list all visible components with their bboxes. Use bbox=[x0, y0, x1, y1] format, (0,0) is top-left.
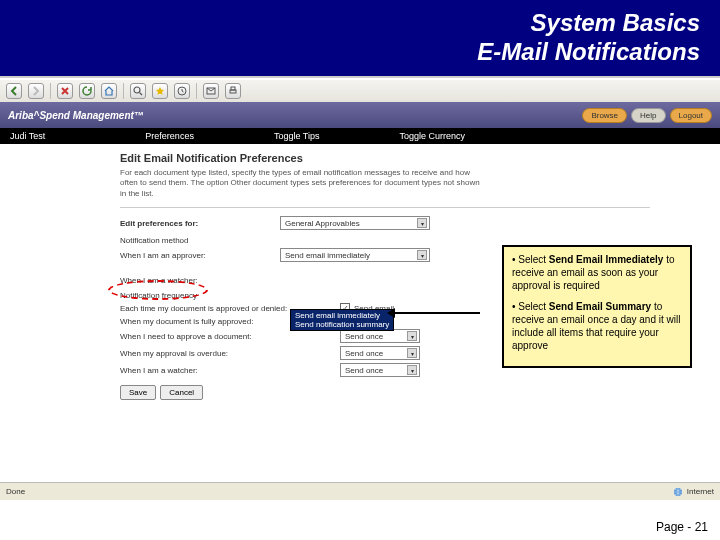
chevron-down-icon: ▾ bbox=[417, 250, 427, 260]
toolbar-separator bbox=[196, 83, 197, 99]
freq-r5-value: Send once bbox=[345, 366, 383, 375]
divider bbox=[120, 207, 650, 208]
approver-value: Send email immediately bbox=[285, 251, 370, 260]
history-button[interactable] bbox=[174, 83, 190, 99]
nav-preferences[interactable]: Preferences bbox=[105, 131, 234, 141]
title-line-2: E-Mail Notifications bbox=[477, 38, 700, 65]
freq-r3-dropdown[interactable]: Send once▾ bbox=[340, 329, 420, 343]
forward-button[interactable] bbox=[28, 83, 44, 99]
method-label: Notification method bbox=[120, 236, 720, 245]
refresh-button[interactable] bbox=[79, 83, 95, 99]
form-buttons: Save Cancel bbox=[120, 385, 720, 400]
home-button[interactable] bbox=[101, 83, 117, 99]
status-done: Done bbox=[6, 487, 25, 496]
hint-bullet-2: • Select Send Email Summary to receive a… bbox=[512, 300, 682, 352]
dropdown-popup[interactable]: Send email immediately Send notification… bbox=[290, 309, 394, 331]
freq-r5-label: When I am a watcher: bbox=[120, 366, 340, 375]
cancel-button[interactable]: Cancel bbox=[160, 385, 203, 400]
page-footer: Page - 21 bbox=[656, 520, 708, 534]
favorites-button[interactable] bbox=[152, 83, 168, 99]
edit-for-label: Edit preferences for: bbox=[120, 219, 280, 228]
freq-r3-label: When I need to approve a document: bbox=[120, 332, 340, 341]
browse-button[interactable]: Browse bbox=[582, 108, 627, 123]
nav-user: Judi Test bbox=[0, 131, 105, 141]
print-button[interactable] bbox=[225, 83, 241, 99]
status-bar: Done Internet bbox=[0, 482, 720, 500]
slide-title: System Basics E-Mail Notifications bbox=[477, 9, 700, 67]
browser-toolbar bbox=[0, 80, 720, 102]
help-button[interactable]: Help bbox=[631, 108, 665, 123]
dropdown-option-2[interactable]: Send notification summary bbox=[295, 320, 389, 329]
banner-buttons: Browse Help Logout bbox=[582, 108, 712, 123]
hint-arrow bbox=[390, 312, 480, 314]
save-button[interactable]: Save bbox=[120, 385, 156, 400]
nav-toggle-currency[interactable]: Toggle Currency bbox=[359, 131, 505, 141]
mail-button[interactable] bbox=[203, 83, 219, 99]
toolbar-separator bbox=[50, 83, 51, 99]
chevron-down-icon: ▾ bbox=[407, 348, 417, 358]
freq-r4-value: Send once bbox=[345, 349, 383, 358]
freq-r3-value: Send once bbox=[345, 332, 383, 341]
dropdown-option-1[interactable]: Send email immediately bbox=[295, 311, 389, 320]
slide-header: System Basics E-Mail Notifications bbox=[0, 0, 720, 78]
panel-title: Edit Email Notification Preferences bbox=[120, 152, 720, 164]
edit-for-dropdown[interactable]: General Approvables ▾ bbox=[280, 216, 430, 230]
search-button[interactable] bbox=[130, 83, 146, 99]
nav-bar: Judi Test Preferences Toggle Tips Toggle… bbox=[0, 128, 720, 144]
logout-button[interactable]: Logout bbox=[670, 108, 712, 123]
back-button[interactable] bbox=[6, 83, 22, 99]
chevron-down-icon: ▾ bbox=[407, 331, 417, 341]
freq-r4-label: When my approval is overdue: bbox=[120, 349, 340, 358]
nav-toggle-tips[interactable]: Toggle Tips bbox=[234, 131, 360, 141]
svg-point-0 bbox=[134, 87, 140, 93]
stop-button[interactable] bbox=[57, 83, 73, 99]
approver-label: When I am an approver: bbox=[120, 251, 280, 260]
screenshot-area: _ □ × Ariba^Spend Management™ Browse Hel… bbox=[0, 80, 720, 500]
freq-r4-dropdown[interactable]: Send once▾ bbox=[340, 346, 420, 360]
watcher-method-label: When I am a watcher: bbox=[120, 276, 280, 285]
hint-box: • Select Send Email Immediately to recei… bbox=[502, 245, 692, 368]
status-internet: Internet bbox=[687, 487, 714, 496]
hint-bullet-1: • Select Send Email Immediately to recei… bbox=[512, 253, 682, 292]
status-right: Internet bbox=[673, 487, 714, 497]
chevron-down-icon: ▾ bbox=[417, 218, 427, 228]
approver-dropdown[interactable]: Send email immediately ▾ bbox=[280, 248, 430, 262]
globe-icon bbox=[673, 487, 683, 497]
intro-text: For each document type listed, specify t… bbox=[120, 168, 480, 199]
title-line-1: System Basics bbox=[531, 9, 700, 36]
edit-preferences-row: Edit preferences for: General Approvable… bbox=[120, 216, 720, 230]
ariba-banner: Ariba^Spend Management™ Browse Help Logo… bbox=[0, 102, 720, 128]
freq-r5-dropdown[interactable]: Send once▾ bbox=[340, 363, 420, 377]
svg-rect-4 bbox=[231, 87, 235, 90]
toolbar-separator bbox=[123, 83, 124, 99]
chevron-down-icon: ▾ bbox=[407, 365, 417, 375]
edit-for-value: General Approvables bbox=[285, 219, 360, 228]
brand-label: Ariba^Spend Management™ bbox=[8, 110, 144, 121]
